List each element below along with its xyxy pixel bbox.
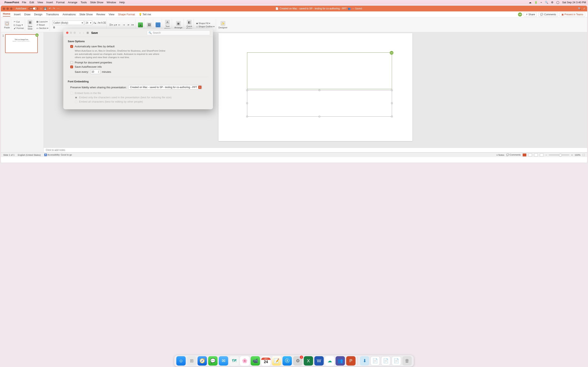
- dock-calendar-icon[interactable]: SEP24: [261, 356, 271, 366]
- save-icon[interactable]: 💾: [44, 7, 47, 10]
- slideshow-view-button[interactable]: [540, 154, 544, 156]
- dock-settings-icon[interactable]: ⚙2: [293, 356, 303, 366]
- menu-slideshow[interactable]: Slide Show: [90, 1, 103, 4]
- arrange-button[interactable]: ▣Arrange: [174, 21, 182, 29]
- language-status[interactable]: English (United States): [18, 154, 41, 156]
- dialog-search-field[interactable]: 🔍 Search: [147, 30, 210, 35]
- dock-excel-icon[interactable]: X: [304, 356, 313, 366]
- dock-downloads-icon[interactable]: ⬇: [360, 356, 369, 366]
- user-avatar[interactable]: MB: [518, 12, 522, 17]
- indent-inc-icon[interactable]: ⇥: [122, 23, 126, 27]
- tab-review[interactable]: Review: [96, 13, 105, 16]
- dock-messages-icon[interactable]: 💬: [208, 356, 218, 366]
- comments-button[interactable]: 💬 Comments: [538, 12, 558, 17]
- menu-window[interactable]: Window: [107, 1, 116, 4]
- slide-canvas[interactable]: MB: [218, 33, 412, 141]
- prompt-properties-checkbox[interactable]: [70, 61, 73, 64]
- undo-icon[interactable]: ↶: [49, 7, 51, 10]
- dock-safari-icon[interactable]: 🧭: [198, 356, 207, 366]
- zoom-in-button[interactable]: +: [571, 154, 572, 156]
- tab-shape-format[interactable]: Shape Format: [118, 13, 135, 16]
- resize-handle-sw[interactable]: [246, 116, 248, 117]
- dock-teams-icon[interactable]: 👥: [336, 356, 345, 366]
- share-button[interactable]: ↗ Share: [524, 12, 537, 17]
- dock-powerpoint-icon[interactable]: P: [346, 356, 356, 366]
- resize-handle-se[interactable]: [391, 116, 393, 117]
- numbering-icon[interactable]: ⚌▾: [113, 23, 117, 27]
- auto-save-checkbox[interactable]: ✓: [70, 45, 73, 48]
- designer-button[interactable]: ✨Designer: [218, 21, 227, 29]
- window-close-button[interactable]: [3, 8, 5, 10]
- siri-icon[interactable]: ◯: [556, 1, 559, 4]
- dock-photos-icon[interactable]: 🌸: [240, 356, 250, 366]
- dock-trash-icon[interactable]: 🗑: [402, 356, 412, 366]
- comments-toggle[interactable]: 💬 Comments: [506, 154, 521, 156]
- autorecover-checkbox[interactable]: ✓: [70, 66, 73, 68]
- tab-slideshow[interactable]: Slide Show: [79, 13, 93, 16]
- menu-view[interactable]: View: [37, 1, 43, 4]
- normal-view-button[interactable]: [523, 154, 526, 156]
- section-button[interactable]: ▭ Section ▾: [36, 27, 48, 30]
- text-styles-button[interactable]: AText Styles: [164, 20, 171, 30]
- accessibility-status[interactable]: ♿ Accessibility: Good to go: [44, 154, 72, 156]
- tab-home[interactable]: Home: [3, 12, 10, 17]
- dock-onedrive-icon[interactable]: ☁: [325, 356, 334, 366]
- resize-handle-s[interactable]: [319, 116, 320, 117]
- reading-view-button[interactable]: [534, 154, 538, 156]
- search-icon[interactable]: 🔍: [578, 7, 581, 10]
- show-all-icon[interactable]: ⊞: [86, 31, 89, 34]
- zoom-percent[interactable]: 103%: [575, 154, 580, 156]
- reset-button[interactable]: ↺ Reset: [36, 24, 45, 26]
- dock-recent-doc-3-icon[interactable]: 📄: [392, 356, 401, 366]
- bullets-icon[interactable]: ☰▾: [109, 23, 113, 27]
- fit-to-window-button[interactable]: ⛶: [582, 154, 585, 156]
- dock-recent-doc-1-icon[interactable]: 📄: [371, 356, 380, 366]
- slide-thumbnail-1[interactable]: MB This is a change from Upgraded — it w…: [5, 34, 38, 53]
- shapes-button[interactable]: ▲: [138, 22, 143, 27]
- font-size-select[interactable]: 24▾: [85, 21, 92, 25]
- align-icon[interactable]: ≡▾: [130, 23, 134, 27]
- line-spacing-icon[interactable]: ↕▾: [126, 23, 130, 27]
- embed-fonts-checkbox[interactable]: [70, 92, 73, 95]
- grow-font-icon[interactable]: A▴: [93, 21, 96, 25]
- shapes-gallery-button[interactable]: ◯: [156, 22, 160, 27]
- clear-format-icon[interactable]: A⌫: [102, 21, 105, 25]
- notes-toggle[interactable]: ≡ Notes: [497, 154, 504, 156]
- cut-button[interactable]: ✂ Cut: [14, 20, 20, 23]
- tab-draw[interactable]: Draw: [24, 13, 30, 16]
- document-title[interactable]: Created on Mac - saved to SP - testing f…: [280, 7, 347, 10]
- tab-transitions[interactable]: Transitions: [46, 13, 59, 16]
- notes-pane[interactable]: Click to add notes: [44, 148, 587, 152]
- resize-handle-e[interactable]: [391, 103, 393, 104]
- dock-facetime-icon[interactable]: 📹: [251, 356, 260, 366]
- pictures-button[interactable]: 🖼: [147, 22, 152, 27]
- format-painter-button[interactable]: 🖌 Format: [14, 27, 24, 29]
- tell-me[interactable]: 💡 Tell me: [139, 13, 151, 16]
- menu-format[interactable]: Format: [56, 1, 65, 4]
- dock-notes-icon[interactable]: 📝: [272, 356, 281, 366]
- tab-design[interactable]: Design: [34, 13, 42, 16]
- autosave-toggle[interactable]: ON: [28, 7, 38, 10]
- home-icon[interactable]: ⌂: [40, 7, 42, 10]
- dock-recent-doc-2-icon[interactable]: 📄: [381, 356, 390, 366]
- save-every-input[interactable]: 10 ▲▼: [90, 69, 100, 74]
- cloud-icon[interactable]: ☁: [529, 1, 531, 4]
- tab-animations[interactable]: Animations: [63, 13, 76, 16]
- dock-word-icon[interactable]: W: [314, 356, 324, 366]
- resize-handle-w[interactable]: [246, 103, 248, 104]
- spotlight-icon[interactable]: 🔍: [545, 1, 548, 4]
- resize-handle-ne[interactable]: [391, 90, 393, 91]
- font-family-select[interactable]: Calibri (Body)▾: [52, 21, 84, 25]
- redo-icon[interactable]: ↷: [53, 7, 55, 10]
- indent-dec-icon[interactable]: ⇤: [118, 23, 121, 27]
- new-slide-button[interactable]: ▦ New Slide: [27, 20, 33, 30]
- slide-counter[interactable]: Slide 1 of 1: [3, 154, 15, 156]
- control-center-icon[interactable]: ⚙: [551, 1, 553, 4]
- zoom-out-button[interactable]: −: [545, 154, 547, 156]
- paste-button[interactable]: 📋 Paste: [4, 21, 10, 29]
- dialog-close-button[interactable]: [66, 32, 68, 34]
- menu-insert[interactable]: Insert: [46, 1, 53, 4]
- window-minimize-button[interactable]: [7, 8, 9, 10]
- back-icon[interactable]: ‹: [79, 31, 80, 35]
- shrink-font-icon[interactable]: A▾: [97, 21, 101, 25]
